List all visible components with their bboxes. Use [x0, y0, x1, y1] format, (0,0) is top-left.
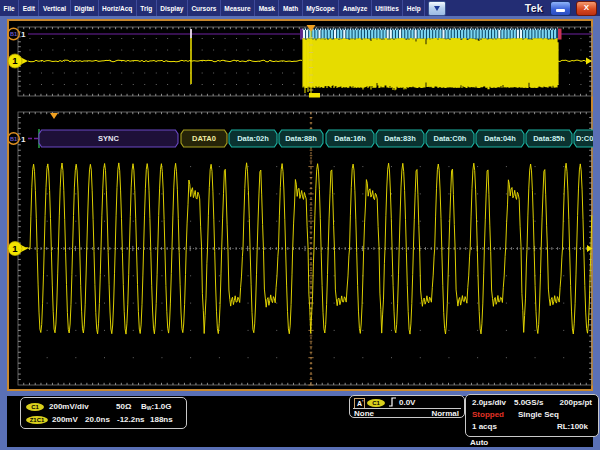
- rising-edge-icon: [388, 397, 397, 407]
- close-button[interactable]: X: [576, 1, 597, 16]
- menu-utilities[interactable]: Utilities: [372, 0, 403, 16]
- svg-text:Data:85h: Data:85h: [533, 134, 565, 143]
- ch1-bandwidth: BW:1.0G: [141, 402, 172, 411]
- menu-analyze[interactable]: Analyze: [339, 0, 372, 16]
- menu-cursors[interactable]: Cursors: [188, 0, 221, 16]
- svg-text:B1: B1: [10, 31, 17, 37]
- svg-text:B1: B1: [10, 136, 17, 142]
- menu-edit[interactable]: Edit: [19, 0, 39, 16]
- menu-measure[interactable]: Measure: [221, 0, 255, 16]
- menu-trig[interactable]: Trig: [137, 0, 157, 16]
- readout-strip: C1 200mV/div 50Ω BW:1.0G Z1C1 200mV 20.0…: [7, 396, 593, 447]
- menu-items: FileEditVerticalDigitalHoriz/AcqTrigDisp…: [0, 0, 425, 16]
- trigger-holdoff: None: [354, 409, 374, 418]
- horiz-scale: 2.0µs/div: [472, 398, 506, 407]
- zoom-hscale: 20.0ns: [85, 415, 110, 424]
- ch1-scale: 200mV/div: [49, 402, 89, 411]
- menu-myscope[interactable]: MyScope: [303, 0, 340, 16]
- trigger-readout-box[interactable]: A' C1 0.0V None Normal: [349, 395, 465, 418]
- svg-text:1: 1: [12, 55, 18, 66]
- menu-horiz-acq[interactable]: Horiz/Acq: [99, 0, 137, 16]
- record-length: RL:100k: [557, 422, 588, 431]
- trigger-mode: Normal: [431, 409, 459, 418]
- svg-text:Data:83h: Data:83h: [384, 134, 416, 143]
- menu-overflow-button[interactable]: [428, 1, 446, 16]
- oscilloscope-screen: FileEditVerticalDigitalHoriz/AcqTrigDisp…: [0, 0, 600, 450]
- svg-text:DATA0: DATA0: [192, 134, 216, 143]
- autoset-status: Auto: [470, 438, 488, 447]
- menu-help[interactable]: Help: [403, 0, 425, 16]
- svg-text:Data:02h: Data:02h: [237, 134, 269, 143]
- menu-digital[interactable]: Digital: [71, 0, 99, 16]
- svg-text:1: 1: [21, 135, 26, 144]
- trigger-level: 0.0V: [399, 398, 415, 407]
- triangle-down-icon: [434, 6, 440, 11]
- svg-text:Data:16h: Data:16h: [334, 134, 366, 143]
- svg-text:Data:C0h: Data:C0h: [434, 134, 467, 143]
- ch1-badge: C1: [26, 403, 44, 411]
- resolution: 200ps/pt: [560, 398, 592, 407]
- svg-text:SYNC: SYNC: [98, 134, 119, 143]
- menu-mask[interactable]: Mask: [255, 0, 279, 16]
- zoom1-badge: Z1C1: [26, 416, 48, 424]
- svg-text:D:C0h: D:C0h: [576, 134, 593, 143]
- acq-count: 1 acqs: [472, 422, 497, 431]
- zoom-position: -12.2ns: [117, 415, 145, 424]
- sample-rate: 5.0GS/s: [514, 398, 543, 407]
- menu-math[interactable]: Math: [279, 0, 302, 16]
- waveform-display[interactable]: B1111B11SYNCDATA0Data:02hData:88hData:16…: [7, 19, 593, 391]
- svg-text:Data:04h: Data:04h: [484, 134, 516, 143]
- svg-text:1: 1: [12, 243, 18, 254]
- channel1-readout-box[interactable]: C1 200mV/div 50Ω BW:1.0G Z1C1 200mV 20.0…: [20, 397, 187, 429]
- minimize-button[interactable]: [550, 1, 571, 16]
- zoom-vscale: 200mV: [52, 415, 78, 424]
- zoom-duration: 188ns: [150, 415, 173, 424]
- svg-text:Data:88h: Data:88h: [285, 134, 317, 143]
- acq-state: Stopped: [472, 410, 504, 419]
- trigger-source-badge: C1: [367, 399, 385, 407]
- horizontal-readout-box[interactable]: 2.0µs/div 5.0GS/s 200ps/pt Stopped Singl…: [465, 394, 599, 437]
- menu-display[interactable]: Display: [157, 0, 188, 16]
- minimize-icon: [556, 9, 565, 12]
- acq-mode: Single Seq: [518, 410, 559, 419]
- menu-bar: FileEditVerticalDigitalHoriz/AcqTrigDisp…: [0, 0, 600, 16]
- tek-logo: Tek: [525, 2, 543, 14]
- menu-vertical[interactable]: Vertical: [39, 0, 70, 16]
- ch1-impedance: 50Ω: [116, 402, 131, 411]
- svg-text:1: 1: [21, 30, 26, 39]
- menu-file[interactable]: File: [0, 0, 19, 16]
